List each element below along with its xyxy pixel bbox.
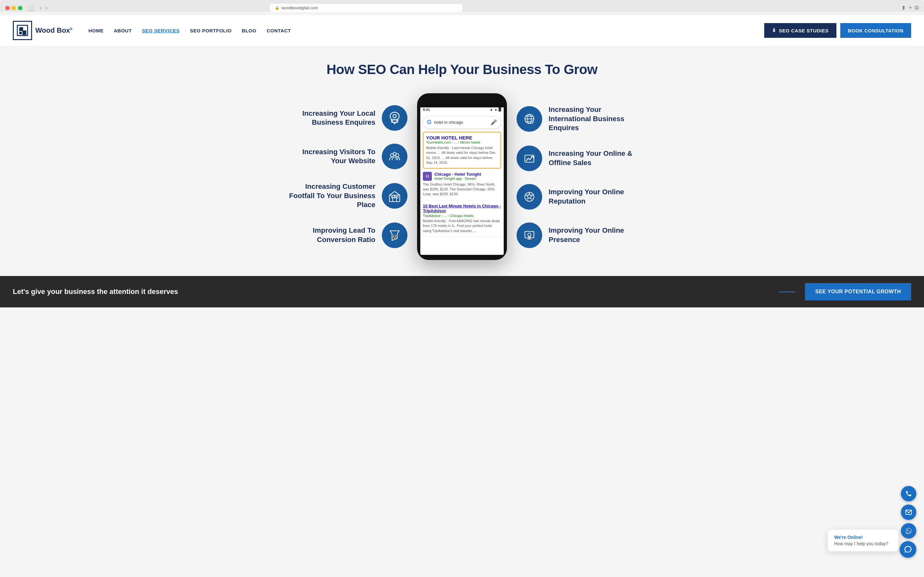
svg-rect-2 — [19, 32, 22, 34]
footer-text: Let's give your business the attention i… — [13, 287, 770, 296]
tripadvisor-title: 10 Best Last Minute Hotels in Chicago - … — [423, 203, 501, 213]
lead-conversion-text: Improving Lead To Conversion Ratio — [286, 226, 375, 244]
phone-icons: ▲ ▲ ▉ — [489, 107, 501, 111]
main-nav: HOME ABOUT SEO SERVICES SEO PORTFOLIO BL… — [89, 28, 764, 33]
sidebar-toggle-button[interactable]: ⬜ — [26, 5, 35, 11]
result-tripadvisor: 10 Best Last Minute Hotels in Chicago - … — [423, 203, 501, 237]
online-offline-sales-icon — [517, 145, 542, 171]
nav-seo-services[interactable]: SEO SERVICES — [142, 28, 180, 33]
whatsapp-float-button[interactable] — [901, 523, 916, 538]
left-features: Increasing Your Local Business Enquires — [286, 105, 407, 248]
phone-screen: 9:41 ▲ ▲ ▉ G hotel in chicago 🎤 YOUR HOT… — [420, 107, 504, 255]
svg-point-13 — [391, 197, 393, 198]
website: Wood Box® HOME ABOUT SEO SERVICES SEO PO… — [0, 15, 924, 308]
online-presence-icon — [517, 222, 542, 248]
minimize-button[interactable] — [11, 6, 16, 10]
hotel-icon: H — [423, 172, 432, 181]
search-query: hotel in chicago — [434, 120, 488, 125]
nav-home[interactable]: HOME — [89, 28, 103, 33]
international-enquires-text: Increasing Your International Business E… — [549, 105, 638, 133]
local-enquires-icon — [382, 105, 407, 131]
svg-point-12 — [396, 196, 398, 198]
local-enquires-text: Increasing Your Local Business Enquires — [286, 109, 375, 127]
mic-icon: 🎤 — [491, 119, 497, 125]
content-grid: Increasing Your Local Business Enquires — [286, 93, 638, 260]
feature-lead-conversion: Improving Lead To Conversion Ratio — [286, 222, 407, 248]
tabs-icon[interactable]: ⧉ — [915, 5, 919, 11]
top-result-url: YourHotels.com › ... › Illinois hotels — [426, 140, 498, 144]
online-reputation-icon — [517, 184, 542, 210]
nav-seo-portfolio[interactable]: SEO PORTFOLIO — [190, 28, 232, 33]
svg-point-15 — [393, 235, 396, 238]
top-result-title: YOUR HOTEL HERE — [426, 135, 498, 140]
top-result: YOUR HOTEL HERE YourHotels.com › ... › I… — [423, 132, 501, 169]
feature-customer-footfall: Increasing Customer Footfall To Your Bus… — [286, 182, 407, 210]
close-button[interactable] — [5, 6, 10, 10]
logo-text: Wood Box® — [35, 26, 73, 35]
hotel-sub: Hotel Tonight app · Stream — [435, 177, 481, 181]
seo-case-studies-button[interactable]: ⬇ SEO CASE STUDIES — [764, 23, 836, 38]
back-button[interactable]: ‹ — [39, 5, 43, 11]
share-icon[interactable]: ⬆ — [901, 5, 906, 11]
book-consultation-button[interactable]: BOOK CONSULTATION — [840, 23, 911, 38]
google-logo: G — [427, 119, 431, 126]
logo-area[interactable]: Wood Box® — [13, 21, 73, 40]
logo-box — [13, 21, 32, 40]
svg-point-30 — [528, 233, 531, 236]
phone-search-bar: G hotel in chicago 🎤 — [423, 116, 501, 129]
website-visitors-text: Increasing Visitors To Your Website — [286, 147, 375, 166]
website-visitors-icon — [382, 143, 407, 169]
nav-contact[interactable]: CONTACT — [267, 28, 291, 33]
address-bar[interactable]: 🔒 woodboxdigital.com — [270, 4, 462, 12]
chat-message: How may I help you today? — [834, 541, 892, 546]
feature-online-offline-sales: Increasing Your Online & Offline Sales — [517, 145, 638, 171]
tripadvisor-url: TripAdvisor › ... › Chicago Hotels — [423, 214, 501, 218]
nav-blog[interactable]: BLOG — [242, 28, 256, 33]
maximize-button[interactable] — [18, 6, 23, 10]
browser-chrome: ⬜ ‹ › 🔒 woodboxdigital.com ⬆ + ⧉ — [0, 0, 924, 12]
chat-toggle-button[interactable] — [900, 541, 916, 558]
lead-conversion-icon — [382, 222, 407, 248]
case-studies-label: SEO CASE STUDIES — [779, 28, 829, 33]
download-icon: ⬇ — [772, 27, 776, 33]
hero-section: How SEO Can Help Your Business To Grow I… — [0, 46, 924, 276]
phone-center: 9:41 ▲ ▲ ▉ G hotel in chicago 🎤 YOUR HOT… — [417, 93, 507, 260]
tripadvisor-snippet: Mobile-friendly · Find AMAZING last minu… — [423, 219, 501, 234]
svg-point-4 — [393, 114, 396, 118]
svg-rect-11 — [393, 198, 397, 201]
svg-point-14 — [394, 196, 395, 197]
phone-status: 9:41 ▲ ▲ ▉ — [420, 107, 504, 113]
feature-website-visitors: Increasing Visitors To Your Website — [286, 143, 407, 169]
customer-footfall-icon — [382, 183, 407, 209]
phone-mockup: 9:41 ▲ ▲ ▉ G hotel in chicago 🎤 YOUR HOT… — [417, 93, 507, 260]
chat-online-status: We're Online! — [834, 535, 892, 540]
feature-online-reputation: Improving Your Online Reputation — [517, 184, 638, 210]
nav-about[interactable]: ABOUT — [114, 28, 132, 33]
online-reputation-text: Improving Your Online Reputation — [549, 187, 638, 206]
see-potential-growth-button[interactable]: SEE YOUR POTENTIAL GROWTH — [805, 283, 911, 300]
top-result-snippet: Mobile-friendly · Last minute Chicago ho… — [426, 145, 498, 165]
browser-actions: ⬆ + ⧉ — [901, 5, 919, 11]
url-text: woodboxdigital.com — [281, 5, 318, 10]
new-tab-icon[interactable]: + — [909, 5, 912, 11]
svg-rect-10 — [389, 195, 400, 201]
forward-button[interactable]: › — [44, 5, 49, 11]
feature-local-enquires: Increasing Your Local Business Enquires — [286, 105, 407, 131]
feature-international-enquires: Increasing Your International Business E… — [517, 105, 638, 133]
footer-divider — [779, 292, 795, 292]
right-features: Increasing Your International Business E… — [517, 105, 638, 248]
hotel-header: H Chicago - Hotel Tonight Hotel Tonight … — [423, 172, 501, 181]
phone-time: 9:41 — [423, 108, 430, 111]
online-offline-sales-text: Increasing Your Online & Offline Sales — [549, 149, 638, 167]
page-title: How SEO Can Help Your Business To Grow — [13, 62, 911, 77]
phone-float-button[interactable] — [901, 486, 916, 501]
lock-icon: 🔒 — [275, 6, 279, 10]
traffic-lights — [5, 6, 23, 10]
feature-online-presence: Improving Your Online Presence — [517, 222, 638, 248]
svg-rect-27 — [525, 231, 534, 238]
footer-bar: Let's give your business the attention i… — [0, 276, 924, 308]
email-float-button[interactable] — [901, 504, 916, 520]
hotel-snippet: The Godfrey Hotel Chicago. 96%. River No… — [423, 182, 501, 197]
header-buttons: ⬇ SEO CASE STUDIES BOOK CONSULTATION — [764, 23, 911, 38]
search-results: YOUR HOTEL HERE YourHotels.com › ... › I… — [420, 132, 504, 243]
